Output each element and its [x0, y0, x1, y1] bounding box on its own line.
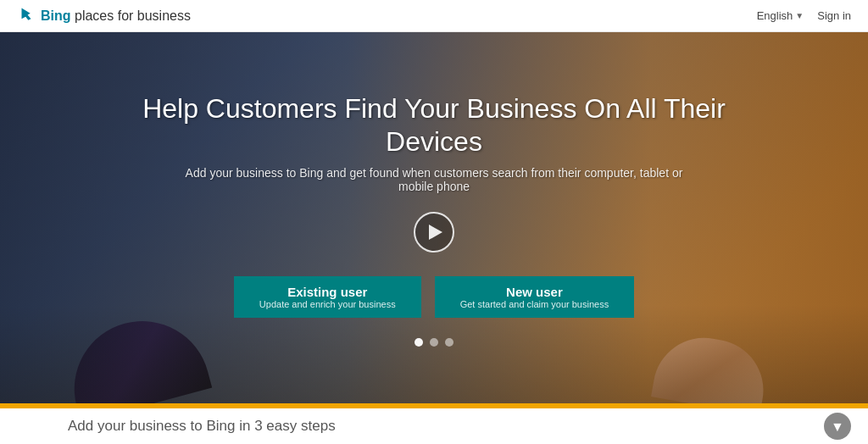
chevron-down-icon: ▼: [831, 420, 844, 434]
cta-buttons: Existing user Update and enrich your bus…: [234, 276, 634, 318]
bottom-steps-text: Add your business to Bing in 3 easy step…: [68, 418, 336, 435]
new-user-title: New user: [460, 285, 609, 299]
header-right: English ▼ Sign in: [757, 9, 851, 22]
bottom-bar: Add your business to Bing in 3 easy step…: [0, 407, 868, 444]
logo-area: Bing places for business: [17, 7, 191, 25]
hero-title: Help Customers Find Your Business On All…: [103, 92, 765, 158]
hero-subtitle: Add your business to Bing and get found …: [171, 166, 697, 193]
dot-2[interactable]: [430, 338, 438, 347]
bing-logo-icon: [17, 7, 36, 25]
logo-text: Bing places for business: [41, 8, 191, 24]
language-label: English: [757, 9, 793, 22]
hero-section: Help Customers Find Your Business On All…: [0, 32, 868, 407]
play-icon: [429, 225, 442, 240]
existing-user-button[interactable]: Existing user Update and enrich your bus…: [234, 276, 421, 318]
scroll-down-button[interactable]: ▼: [824, 413, 851, 440]
header: Bing places for business English ▼ Sign …: [0, 0, 868, 32]
language-selector[interactable]: English ▼: [757, 9, 804, 22]
dot-1[interactable]: [415, 338, 423, 347]
dot-3[interactable]: [445, 338, 453, 347]
existing-user-subtitle: Update and enrich your business: [259, 299, 396, 309]
chevron-down-icon: ▼: [795, 11, 804, 20]
new-user-button[interactable]: New user Get started and claim your busi…: [435, 276, 634, 318]
sign-in-link[interactable]: Sign in: [817, 9, 851, 22]
hero-content: Help Customers Find Your Business On All…: [0, 32, 868, 407]
play-button[interactable]: [414, 212, 454, 253]
existing-user-title: Existing user: [259, 285, 396, 299]
carousel-dots: [415, 338, 453, 347]
new-user-subtitle: Get started and claim your business: [460, 299, 609, 309]
